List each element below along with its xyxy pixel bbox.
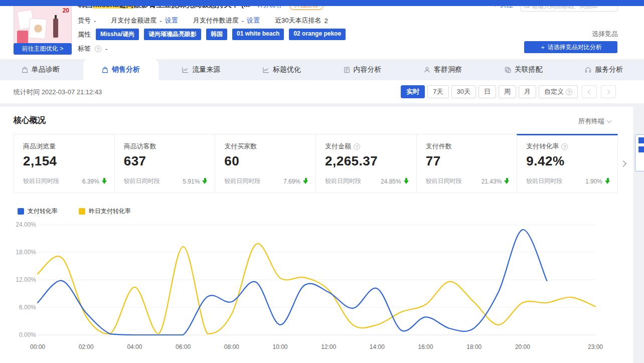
range-next-button[interactable] <box>601 85 616 98</box>
metric-value: 2,154 <box>23 153 105 169</box>
metric-card-商品访客数[interactable]: 商品访客数637较前日同时段5.91% <box>114 134 216 193</box>
x-axis-tick: 12:00 <box>321 343 336 350</box>
x-axis-tick: 16:00 <box>418 343 433 350</box>
attribute-row: 属性 Missha/谜尚谜尚璀璨晶亮眼影韩国01 white beach02 o… <box>78 29 346 40</box>
attribute-tag[interactable]: 韩国 <box>206 29 227 40</box>
overview-header: 核心概况 所有终端 <box>0 107 633 127</box>
range-button-周[interactable]: 周 <box>499 85 516 98</box>
metric-value: 60 <box>224 153 306 169</box>
x-axis-tick: 04:00 <box>127 343 142 350</box>
range-button-日[interactable]: 日 <box>478 85 496 98</box>
help-icon[interactable] <box>95 46 101 52</box>
tab-label: 内容分析 <box>354 65 382 74</box>
info-item-value: - <box>242 17 244 25</box>
legend-swatch <box>79 208 85 215</box>
doc-icon <box>343 66 351 74</box>
range-button-月[interactable]: 月 <box>519 85 536 98</box>
tab-关联搭配[interactable]: 关联搭配 <box>483 59 564 80</box>
attribute-tag[interactable]: 谜尚璀璨晶亮眼影 <box>144 29 201 40</box>
metric-card-支付金额[interactable]: 支付金额2,265.37较前日同时段24.85% <box>315 134 417 193</box>
main-image-optimize-button[interactable]: 前往主图优化 > <box>14 43 72 55</box>
info-item: 近30天本店排名2 <box>275 16 328 25</box>
page: 韩国missha谜尚眼影膏土豆泥珠光高级感持久不 (... 计分说明 大额推荐 … <box>0 0 644 363</box>
info-item-label: 货号 <box>78 16 91 25</box>
competitor-compare-button[interactable]: ＋ 请选择竞品对比分析 <box>524 41 617 53</box>
headset-icon <box>584 66 592 74</box>
legend-item-支付转化率[interactable]: 支付转化率 <box>18 207 58 216</box>
tab-label: 单品诊断 <box>32 65 60 74</box>
compare-label: 较前日同时段 <box>325 177 361 186</box>
trend-down-icon <box>404 178 409 185</box>
select-competitor-link[interactable]: 选择竞品 <box>592 30 618 39</box>
terminal-filter-dropdown[interactable]: 所有终端 <box>578 117 611 126</box>
image-eyeshadow-dot <box>34 25 42 33</box>
legend-label: 支付转化率 <box>28 207 58 216</box>
y-axis-tick: 6.00% <box>19 304 36 311</box>
metric-cards: 商品浏览量2,154较前日同时段6.39%商品访客数637较前日同时段5.91%… <box>14 134 618 193</box>
attribute-tag[interactable]: Missha/谜尚 <box>96 29 139 40</box>
chevron-down-icon <box>607 118 612 123</box>
tab-标题优化[interactable]: 标题优化 <box>241 59 322 80</box>
attribute-tag[interactable]: 01 white beach <box>232 29 284 40</box>
trend-icon <box>182 66 189 74</box>
bag-icon <box>101 66 109 74</box>
legend-item-昨日支付转化率[interactable]: 昨日支付转化率 <box>79 207 131 216</box>
product-info-row: 货号-月支付金额进度-设置月支付件数进度-设置近30天本店排名2 <box>78 16 328 25</box>
tab-label: 客群洞察 <box>434 65 462 74</box>
bag-icon <box>21 66 29 74</box>
range-button-自定义[interactable]: 自定义 <box>539 85 578 98</box>
compare-label: 较前日同时段 <box>124 177 160 186</box>
x-axis-tick: 06:00 <box>176 343 191 350</box>
clipped-side-widget[interactable] <box>635 134 644 171</box>
tab-客群洞察[interactable]: 客群洞察 <box>402 59 483 80</box>
chevron-right-icon <box>605 89 610 94</box>
help-icon[interactable] <box>561 143 568 150</box>
y-axis-tick: 24.00% <box>16 221 36 228</box>
stat-time-value: 2022-03-07 21:12:43 <box>42 88 102 96</box>
metric-card-支付转化率[interactable]: 支付转化率9.42%较前日同时段1.90% <box>517 134 618 193</box>
copy-icon <box>504 66 512 74</box>
chevron-left-icon <box>588 89 593 94</box>
metric-card-商品浏览量[interactable]: 商品浏览量2,154较前日同时段6.39% <box>14 134 115 193</box>
cards-next-button[interactable] <box>621 157 630 170</box>
range-button-30天[interactable]: 30天 <box>451 85 476 98</box>
help-icon[interactable] <box>354 143 360 150</box>
settings-link[interactable]: 设置 <box>165 16 178 25</box>
user-icon <box>423 66 431 74</box>
metric-compare: 较前日同时段6.39% <box>23 177 107 186</box>
trend-down-icon <box>202 178 208 185</box>
product-header-panel: 韩国missha谜尚眼影膏土豆泥珠光高级感持久不 (... 计分说明 大额推荐 … <box>0 0 644 59</box>
tab-流量来源[interactable]: 流量来源 <box>161 59 242 80</box>
stat-time: 统计时间 2022-03-07 21:12:43 <box>14 88 102 97</box>
tab-单品诊断[interactable]: 单品诊断 <box>0 59 81 80</box>
settings-link[interactable]: 设置 <box>247 16 260 25</box>
stats-bar: 统计时间 2022-03-07 21:12:43 实时7天30天日周月自定义 <box>0 80 644 103</box>
tab-内容分析[interactable]: 内容分析 <box>322 59 403 80</box>
y-axis-tick: 18.00% <box>16 249 36 256</box>
metric-label: 支付件数 <box>426 142 508 151</box>
range-button-实时[interactable]: 实时 <box>401 85 425 98</box>
x-axis-tick: 02:00 <box>79 343 94 350</box>
info-item: 月支付件数进度-设置 <box>193 16 260 25</box>
metric-label: 支付金额 <box>325 142 407 151</box>
metric-label: 商品访客数 <box>124 142 206 151</box>
series-line-昨日支付转化率 <box>38 244 595 334</box>
compare-delta: 1.90% <box>585 178 602 185</box>
range-button-7天[interactable]: 7天 <box>427 85 448 98</box>
compare-delta: 24.85% <box>381 178 401 185</box>
metric-card-支付件数[interactable]: 支付件数77较前日同时段21.43% <box>416 134 518 193</box>
compare-label: 较前日同时段 <box>23 177 59 186</box>
tab-销售分析[interactable]: 销售分析 <box>83 59 158 80</box>
info-item-label: 月支付件数进度 <box>193 16 239 25</box>
top-blue-bar <box>0 0 644 6</box>
range-prev-button[interactable] <box>582 85 597 98</box>
trend-icon <box>262 66 270 74</box>
stat-time-label: 统计时间 <box>14 88 40 96</box>
conversion-chart: 24.00%18.00%12.00%6.00%0.00%00:0002:0004… <box>14 220 620 354</box>
tab-服务分析[interactable]: 服务分析 <box>563 59 644 80</box>
metric-card-支付买家数[interactable]: 支付买家数60较前日同时段7.69% <box>215 134 316 193</box>
compare-delta: 6.39% <box>82 178 99 185</box>
attribute-tag[interactable]: 02 orange pekoe <box>289 29 346 40</box>
metric-compare: 较前日同时段5.91% <box>124 177 208 186</box>
info-item-value: - <box>159 17 162 25</box>
